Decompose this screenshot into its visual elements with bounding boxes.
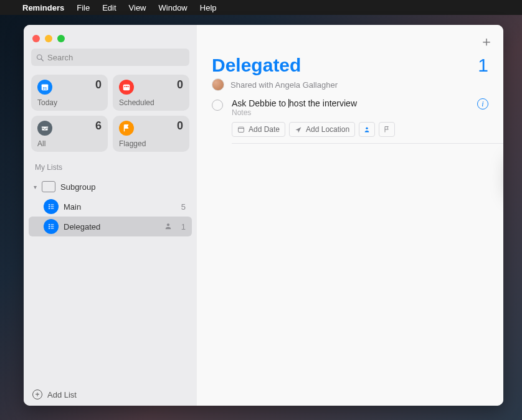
svg-point-13 (49, 208, 50, 209)
add-list-button[interactable]: + Add List (24, 383, 197, 406)
list-delegated-label: Delegated (64, 222, 159, 231)
calendar-icon (119, 80, 134, 95)
search-field[interactable] (31, 49, 189, 66)
menu-window[interactable]: Window (159, 3, 187, 12)
svg-rect-8 (128, 86, 129, 87)
window-traffic-lights (31, 32, 189, 49)
svg-rect-12 (50, 206, 54, 207)
menu-help[interactable]: Help (200, 3, 217, 12)
svg-rect-5 (123, 85, 130, 91)
svg-point-17 (49, 226, 50, 227)
flag-small-icon (383, 126, 391, 133)
person-icon (363, 126, 371, 133)
chevron-down-icon: ▾ (34, 184, 37, 190)
list-title: Delegated (212, 55, 301, 76)
reminders-window: 21 0 Today 0 Scheduled 6 All (24, 25, 503, 406)
svg-rect-14 (50, 208, 54, 208)
search-input[interactable] (47, 53, 184, 62)
list-main[interactable]: Main 5 (29, 197, 192, 217)
list-icon (44, 219, 59, 234)
new-reminder-button[interactable]: ＋ (480, 32, 493, 51)
window-close-button[interactable] (32, 35, 40, 42)
flag-button[interactable] (379, 122, 395, 137)
svg-rect-18 (50, 226, 54, 226)
smart-all-label: All (37, 139, 45, 148)
app-menu[interactable]: Reminders (22, 3, 64, 12)
svg-rect-7 (126, 86, 127, 87)
svg-point-15 (49, 224, 50, 225)
macos-menubar: Reminders File Edit View Window Help (0, 0, 522, 15)
svg-text:21: 21 (43, 86, 47, 90)
svg-rect-20 (50, 228, 54, 228)
calendar-small-icon (237, 126, 245, 133)
tray-icon (37, 121, 52, 136)
smart-all[interactable]: 6 All (31, 116, 108, 152)
menu-edit[interactable]: Edit (102, 3, 116, 12)
smart-today[interactable]: 21 0 Today (31, 75, 108, 111)
svg-point-9 (49, 204, 50, 205)
flag-icon (119, 121, 134, 136)
svg-rect-10 (50, 204, 54, 205)
list-delegated-count: 1 (181, 222, 186, 231)
reminder-quick-actions: Add Date Add Location (232, 122, 488, 143)
divider (232, 143, 503, 144)
shared-icon (164, 222, 173, 232)
reminder-notes-field[interactable]: Notes (232, 108, 488, 117)
reminder-item: Ask Debbie to host the interview Notes A… (197, 97, 503, 143)
svg-point-19 (49, 228, 50, 229)
reminder-title-field[interactable]: Ask Debbie to host the interview (232, 98, 488, 108)
search-icon (36, 54, 44, 62)
sidebar: 21 0 Today 0 Scheduled 6 All (24, 25, 197, 406)
svg-point-24 (366, 127, 368, 129)
svg-rect-6 (125, 86, 126, 87)
list-tree: ▾ Subgroup Main 5 Delegated 1 (24, 174, 197, 239)
smart-all-count: 6 (95, 119, 102, 133)
smart-scheduled-label: Scheduled (119, 98, 154, 107)
smart-scheduled-count: 0 (177, 78, 183, 91)
add-list-label: Add List (47, 390, 77, 399)
location-arrow-icon (295, 126, 302, 133)
folder-icon (42, 181, 55, 192)
menu-file[interactable]: File (77, 3, 90, 12)
calendar-today-icon: 21 (37, 80, 52, 95)
main-panel: ＋ Delegated 1 Shared with Angela Gallagh… (197, 25, 503, 406)
svg-point-11 (49, 206, 50, 207)
shared-with-row[interactable]: Shared with Angela Gallagher (197, 77, 503, 97)
add-location-button[interactable]: Add Location (289, 122, 355, 137)
smart-today-count: 0 (95, 78, 102, 91)
my-lists-header: My Lists (24, 154, 197, 174)
shared-with-text: Shared with Angela Gallagher (230, 80, 338, 90)
plus-circle-icon: + (32, 390, 42, 399)
smart-flagged[interactable]: 0 Flagged (113, 116, 189, 152)
list-main-count: 5 (181, 202, 186, 212)
info-button[interactable]: i (477, 98, 488, 110)
smart-scheduled[interactable]: 0 Scheduled (113, 75, 189, 111)
add-date-label: Add Date (249, 125, 280, 134)
add-location-label: Add Location (306, 125, 349, 134)
smart-flagged-label: Flagged (119, 139, 146, 148)
smart-flagged-count: 0 (177, 119, 183, 133)
svg-rect-16 (50, 224, 54, 225)
assign-button[interactable] (359, 122, 375, 137)
list-delegated[interactable]: Delegated 1 (29, 217, 192, 236)
menu-view[interactable]: View (129, 3, 146, 12)
smart-lists: 21 0 Today 0 Scheduled 6 All (24, 70, 197, 154)
add-date-button[interactable]: Add Date (232, 122, 285, 137)
svg-point-21 (167, 223, 169, 226)
svg-line-1 (41, 58, 43, 60)
complete-toggle[interactable] (212, 100, 223, 111)
list-group-subgroup[interactable]: ▾ Subgroup (29, 177, 192, 197)
window-minimize-button[interactable] (45, 35, 52, 42)
list-count: 1 (478, 55, 488, 76)
smart-today-label: Today (37, 98, 57, 107)
list-main-label: Main (64, 202, 176, 212)
window-zoom-button[interactable] (57, 35, 65, 42)
svg-rect-22 (239, 127, 244, 132)
avatar (212, 78, 224, 91)
list-icon (44, 199, 59, 214)
list-group-label: Subgroup (60, 182, 187, 192)
